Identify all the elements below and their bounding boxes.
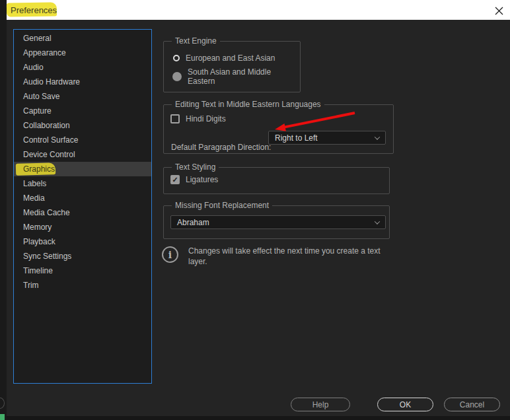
sidebar-item-appearance[interactable]: Appearance [14,46,151,60]
close-button[interactable] [493,5,505,17]
sidebar-item-graphics[interactable]: Graphics [14,162,151,176]
sidebar-item-auto-save[interactable]: Auto Save [14,89,151,104]
checkbox-unchecked-icon [170,114,180,123]
missing-font-legend: Missing Font Replacement [172,201,272,210]
sidebar-item-labels[interactable]: Labels [14,176,151,191]
sidebar-item-audio-hardware[interactable]: Audio Hardware [14,75,151,89]
sidebar-item-general[interactable]: General [14,31,151,46]
sidebar-item-timeline[interactable]: Timeline [14,263,151,278]
sidebar-item-device-control[interactable]: Device Control [14,147,151,162]
sidebar-item-audio[interactable]: Audio [14,60,151,75]
radio-european-east-asian[interactable]: European and East Asian [173,52,293,65]
sidebar-item-sync-settings[interactable]: Sync Settings [14,249,151,263]
help-button[interactable]: Help [291,398,350,411]
info-text: Changes will take effect the next time y… [188,246,386,267]
radio-selected-icon [172,72,182,81]
paragraph-direction-label: Default Paragraph Direction: [171,143,271,152]
chevron-down-icon [375,219,380,224]
sidebar-item-collaboration[interactable]: Collaboration [14,118,151,133]
middle-eastern-group: Editing Text in Middle Eastern Languages… [163,100,394,154]
text-engine-group: Text Engine European and East Asian Sout… [163,36,301,92]
taskbar-fragment [0,414,5,420]
sidebar-item-media[interactable]: Media [14,191,151,205]
page-title: Preferences [11,5,57,15]
text-engine-legend: Text Engine [172,36,220,46]
cancel-button[interactable]: Cancel [444,398,500,411]
chevron-down-icon [375,134,380,139]
sidebar-item-media-cache[interactable]: Media Cache [14,205,151,220]
text-styling-group: Text Styling ✓ Ligatures [163,162,390,194]
sidebar-item-capture[interactable]: Capture [14,104,151,118]
sidebar-item-playback[interactable]: Playback [14,234,151,249]
sidebar-category-list: General Appearance Audio Audio Hardware … [13,29,152,384]
background-strip [7,416,510,420]
missing-font-select[interactable]: Abraham [170,215,386,229]
sidebar-item-trim[interactable]: Trim [14,278,151,293]
checkbox-checked-icon: ✓ [170,175,180,184]
paragraph-direction-select[interactable]: Right to Left [268,131,386,145]
info-icon: i [162,246,178,263]
ok-button[interactable]: OK [377,398,433,411]
ligatures-checkbox[interactable]: ✓ Ligatures [170,173,382,186]
preferences-dialog: Preferences General Appearance Audio Aud… [0,0,510,420]
close-icon [495,7,503,15]
sidebar-item-memory[interactable]: Memory [14,220,151,234]
background-button-fragment [0,398,5,409]
text-styling-legend: Text Styling [172,162,219,172]
radio-south-asian-middle-eastern[interactable]: South Asian and Middle Eastern [172,70,293,83]
radio-unselected-icon [173,55,180,61]
hindi-digits-checkbox[interactable]: Hindi Digits [170,112,386,125]
middle-eastern-legend: Editing Text in Middle Eastern Languages [172,100,324,109]
sidebar-item-control-surface[interactable]: Control Surface [14,133,151,147]
title-bar: Preferences [7,0,510,20]
